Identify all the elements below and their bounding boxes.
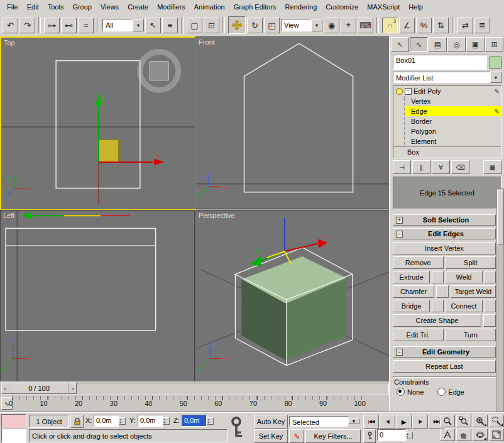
spinner-snap-button[interactable]: ⇅ (433, 18, 449, 33)
angle-snap-button[interactable]: ∠ (399, 18, 415, 33)
key-filters-button[interactable]: Key Filters... (305, 429, 361, 443)
reference-coordinate-dropdown[interactable]: View ▼ (281, 19, 322, 31)
menu-create[interactable]: Create (123, 1, 153, 13)
bridge-settings-button[interactable] (432, 300, 443, 312)
collapse-icon[interactable]: − (405, 88, 412, 95)
x-spinner[interactable]: ▴▾ (119, 417, 126, 425)
split-button[interactable]: Split (446, 256, 496, 269)
object-color-swatch[interactable] (490, 57, 501, 68)
turn-button[interactable]: Turn (446, 329, 496, 341)
previous-frame-button[interactable]: ◀| (380, 415, 395, 429)
dropdown-arrow-icon[interactable]: ▼ (490, 72, 501, 83)
viewport-front-canvas[interactable]: z y x (196, 37, 390, 209)
zoom-region-button[interactable] (489, 415, 504, 427)
object-name-field[interactable]: Box01 (393, 55, 487, 70)
menu-edit[interactable]: Edit (23, 1, 43, 13)
viewport-front-label[interactable]: Front (199, 38, 215, 46)
shaded-box[interactable] (241, 256, 346, 360)
set-keys-button[interactable] (226, 414, 246, 442)
next-frame-button[interactable]: |▶ (412, 415, 428, 429)
move-gizmo[interactable]: y x (251, 218, 328, 266)
set-key-button[interactable]: Set Key (254, 429, 288, 443)
y-spinner[interactable]: ▴▾ (163, 417, 170, 425)
y-coord-value[interactable]: 0,0m (138, 415, 163, 427)
mini-listener-pane[interactable] (1, 429, 26, 443)
viewcube[interactable] (140, 52, 178, 90)
macro-recorder-pane[interactable] (1, 414, 26, 429)
create-shape-button[interactable]: Create Shape (393, 314, 481, 327)
viewport-front[interactable]: Front z y x (195, 36, 390, 209)
constraint-edge-radio[interactable]: Edge (437, 388, 464, 396)
scrollbar-thumb[interactable] (497, 190, 503, 244)
previous-frame-arrow[interactable]: < (1, 383, 9, 394)
selection-lock-button[interactable] (70, 415, 84, 428)
weld-settings-button[interactable] (485, 271, 496, 283)
tab-hierarchy[interactable]: ▤ (429, 37, 447, 52)
rollout-edit-geometry[interactable]: − Edit Geometry (393, 346, 496, 358)
select-object-button[interactable]: ↖ (145, 18, 161, 33)
undo-button[interactable]: ↶ (3, 18, 18, 33)
unlink-selection-button[interactable]: ⊷ (61, 18, 77, 33)
constraint-none-radio[interactable]: None (397, 388, 424, 396)
box-wireframe[interactable] (6, 228, 156, 330)
go-to-start-button[interactable]: |◀◀ (363, 415, 379, 429)
percent-snap-button[interactable]: % (416, 18, 432, 33)
connect-settings-button[interactable] (485, 300, 496, 312)
remove-modifier-button[interactable]: ⌫ (451, 160, 469, 174)
window-crossing-button[interactable]: ⊡ (204, 18, 219, 33)
viewport-perspective[interactable]: Perspective (195, 210, 390, 383)
viewport-perspective-label[interactable]: Perspective (199, 212, 234, 219)
key-mode-toggle-button[interactable] (363, 429, 376, 443)
x-coord-field[interactable]: 0,0m ▴▾ (94, 415, 126, 427)
stack-item-box[interactable]: Box (393, 146, 501, 157)
lightbulb-icon[interactable] (396, 88, 403, 95)
use-pivot-center-button[interactable]: ◉ (324, 18, 339, 33)
remove-button[interactable]: Remove (393, 256, 444, 269)
show-end-result-button[interactable]: ∥ (412, 160, 430, 174)
gizmo-plane-handle[interactable] (99, 139, 118, 162)
menu-tools[interactable]: Tools (43, 1, 68, 13)
select-and-scale-button[interactable]: ◰ (264, 18, 280, 33)
bridge-button[interactable]: Bridge (393, 300, 430, 312)
zoom-button[interactable] (440, 415, 455, 427)
select-and-link-button[interactable]: ⊶ (44, 18, 60, 33)
connect-button[interactable]: Connect (446, 300, 483, 312)
select-and-move-button[interactable] (228, 16, 246, 34)
selection-filter-dropdown[interactable]: All ▼ (102, 19, 144, 31)
menu-maxscript[interactable]: MAXScript (363, 1, 404, 13)
menu-graph-editors[interactable]: Graph Editors (229, 1, 281, 13)
tab-display[interactable]: ▣ (466, 37, 485, 52)
collapse-icon[interactable]: − (396, 349, 403, 356)
current-frame-field[interactable]: 0 ▴▾ (377, 429, 413, 441)
tab-modify[interactable]: ∿ (410, 37, 428, 52)
modifier-list-dropdown[interactable]: Modifier List ▼ (393, 72, 501, 83)
dropdown-arrow-icon[interactable]: ▼ (133, 19, 144, 31)
move-gizmo[interactable]: y x (96, 94, 164, 165)
collapse-icon[interactable]: − (396, 231, 403, 238)
menu-group[interactable]: Group (68, 1, 96, 13)
tab-motion[interactable]: ◎ (447, 37, 466, 52)
redo-button[interactable]: ↷ (19, 18, 35, 33)
bind-to-spacewarp-button[interactable]: ≈ (78, 18, 94, 33)
configure-modifier-sets-button[interactable]: ▦ (483, 160, 501, 174)
edit-tri-button[interactable]: Edit Tri. (393, 329, 444, 341)
stack-item-edge-selected[interactable]: Edge✎ (405, 106, 501, 116)
track-bar[interactable]: ∿ 0102030405060708090100 (0, 395, 389, 412)
frame-spinner[interactable]: ▴▾ (406, 432, 413, 439)
rollout-edit-edges[interactable]: − Edit Edges (393, 228, 496, 239)
command-panel-scrollbar[interactable] (496, 189, 504, 412)
target-weld-button[interactable]: Target Weld (451, 285, 496, 298)
move-gizmo[interactable] (21, 212, 129, 219)
select-by-name-button[interactable]: ≡ (162, 18, 178, 33)
menu-help[interactable]: Help (404, 1, 427, 13)
menu-views[interactable]: Views (96, 1, 123, 13)
default-tangents-button[interactable]: ∿ (289, 429, 304, 443)
chamfer-settings-button[interactable] (436, 285, 449, 298)
create-shape-settings-button[interactable] (483, 314, 496, 327)
extrude-settings-button[interactable] (432, 271, 443, 283)
viewport-top-canvas[interactable]: y x y z x (1, 38, 195, 209)
z-spinner[interactable]: ▴▾ (207, 417, 214, 425)
x-coord-value[interactable]: 0,0m (94, 415, 119, 427)
tab-utilities[interactable]: ⊞ (485, 37, 503, 52)
menu-rendering[interactable]: Rendering (281, 1, 322, 13)
